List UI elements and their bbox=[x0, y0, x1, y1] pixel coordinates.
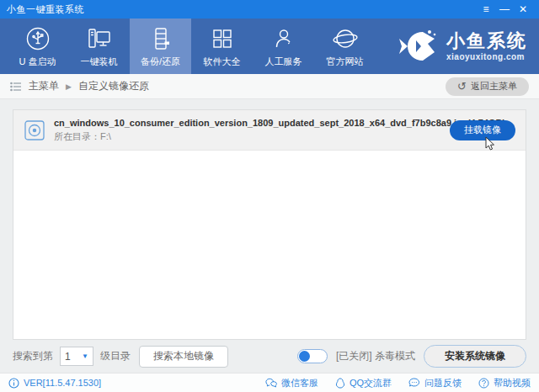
back-arrow-icon: ↺ bbox=[457, 81, 467, 92]
image-list-panel: cn_windows_10_consumer_edition_version_1… bbox=[13, 109, 526, 340]
breadcrumb-bar: 主菜单 ▶ 自定义镜像还原 ↺ 返回主菜单 bbox=[0, 74, 539, 99]
app-window: 小鱼一键重装系统 ≡ — ✕ U 盘启动 bbox=[0, 0, 539, 392]
status-link-label: 问题反馈 bbox=[424, 377, 462, 389]
menu-list-icon bbox=[10, 82, 22, 92]
wechat-support-link[interactable]: 微信客服 bbox=[265, 377, 318, 389]
nav-item-official-site[interactable]: 官方网站 bbox=[314, 19, 376, 74]
status-link-label: QQ交流群 bbox=[350, 377, 392, 389]
fish-logo-icon bbox=[396, 27, 440, 66]
qq-group-link[interactable]: QQ交流群 bbox=[335, 377, 392, 389]
iso-directory: 所在目录：F:\ bbox=[54, 130, 450, 143]
back-button-label: 返回主菜单 bbox=[471, 80, 517, 93]
nav-label: U 盘启动 bbox=[19, 56, 56, 68]
status-link-label: 帮助视频 bbox=[494, 377, 531, 389]
minimize-icon[interactable]: — bbox=[495, 0, 514, 19]
search-depth-prefix: 搜索到第 bbox=[13, 349, 53, 363]
search-local-images-button[interactable]: 搜索本地镜像 bbox=[139, 346, 228, 368]
main-navbar: U 盘启动 一键装机 bbox=[0, 19, 539, 74]
search-depth-value: 1 bbox=[65, 351, 82, 363]
apps-grid-icon bbox=[210, 25, 235, 52]
qq-icon bbox=[335, 378, 345, 389]
feedback-link[interactable]: 问题反馈 bbox=[408, 377, 462, 389]
nav-item-software[interactable]: 软件大全 bbox=[191, 19, 253, 74]
chevron-down-icon: ▼ bbox=[82, 352, 88, 360]
bottom-controls: 搜索到第 1 ▼ 级目录 搜索本地镜像 [已关闭] 杀毒模式 安装系统镜像 bbox=[0, 340, 539, 373]
disc-icon bbox=[24, 119, 45, 141]
menu-icon[interactable]: ≡ bbox=[477, 0, 495, 19]
antivirus-mode-label: [已关闭] 杀毒模式 bbox=[336, 349, 415, 363]
search-depth-suffix: 级目录 bbox=[100, 349, 131, 363]
toggle-knob bbox=[299, 351, 310, 362]
status-link-label: 微信客服 bbox=[281, 377, 318, 389]
antivirus-mode-toggle[interactable] bbox=[297, 349, 328, 363]
help-video-link[interactable]: 帮助视频 bbox=[478, 377, 531, 389]
backup-server-icon bbox=[148, 25, 173, 52]
titlebar: 小鱼一键重装系统 ≡ — ✕ bbox=[0, 0, 539, 19]
breadcrumb-root[interactable]: 主菜单 bbox=[29, 79, 59, 93]
close-icon[interactable]: ✕ bbox=[514, 0, 532, 19]
nav-item-backup-restore[interactable]: 备份/还原 bbox=[130, 19, 191, 74]
brand-name: 小鱼系统 bbox=[446, 32, 527, 50]
mount-image-button[interactable]: 挂载镜像 bbox=[450, 120, 515, 140]
iso-filename: cn_windows_10_consumer_edition_version_1… bbox=[54, 118, 450, 128]
content-area: cn_windows_10_consumer_edition_version_1… bbox=[0, 99, 539, 373]
feedback-icon bbox=[408, 378, 420, 389]
nav-label: 人工服务 bbox=[265, 56, 302, 68]
usb-icon bbox=[25, 25, 51, 52]
help-video-icon bbox=[478, 378, 489, 389]
info-icon bbox=[8, 378, 19, 389]
version-label: VER[11.5.47.1530] bbox=[24, 378, 101, 388]
nav-label: 一键装机 bbox=[81, 56, 118, 68]
nav-label: 备份/还原 bbox=[141, 56, 180, 68]
person-service-icon bbox=[271, 25, 296, 52]
install-system-image-button[interactable]: 安装系统镜像 bbox=[424, 345, 526, 368]
nav-item-onekey-install[interactable]: 一键装机 bbox=[68, 19, 130, 74]
wechat-icon bbox=[265, 378, 277, 389]
nav-item-usb-boot[interactable]: U 盘启动 bbox=[7, 19, 68, 74]
back-to-main-menu-button[interactable]: ↺ 返回主菜单 bbox=[446, 77, 529, 96]
nav-label: 软件大全 bbox=[204, 56, 241, 68]
brand-domain: xiaoyuxitong.com bbox=[446, 53, 525, 61]
breadcrumb-separator-icon: ▶ bbox=[66, 82, 72, 91]
nav-label: 官方网站 bbox=[327, 56, 364, 68]
iso-file-row[interactable]: cn_windows_10_consumer_edition_version_1… bbox=[13, 110, 526, 151]
computer-icon bbox=[86, 25, 113, 52]
globe-icon bbox=[332, 25, 359, 52]
brand-logo: 小鱼系统 xiaoyuxitong.com bbox=[396, 19, 539, 74]
search-depth-select[interactable]: 1 ▼ bbox=[60, 347, 93, 366]
statusbar: VER[11.5.47.1530] 微信客服 QQ交流群 bbox=[0, 373, 539, 392]
window-title: 小鱼一键重装系统 bbox=[7, 3, 84, 16]
breadcrumb-current: 自定义镜像还原 bbox=[78, 79, 149, 93]
nav-item-support[interactable]: 人工服务 bbox=[253, 19, 314, 74]
